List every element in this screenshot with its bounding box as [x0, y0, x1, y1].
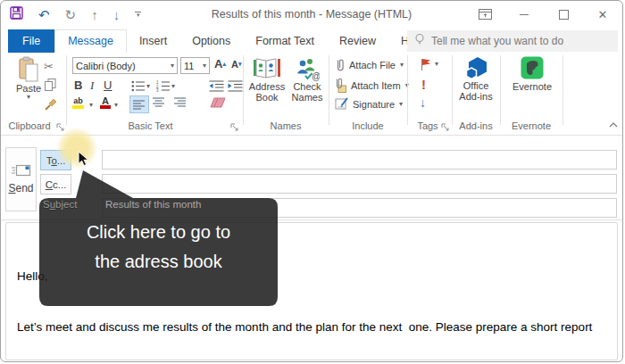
font-name-dropdown-icon: ▾ — [171, 62, 174, 70]
body-line: Let’s meet and discuss me results of the… — [17, 318, 608, 335]
window-controls: ✕ — [465, 1, 622, 28]
address-book-label-2: Book — [255, 92, 278, 103]
address-book-label-1: Address — [249, 81, 285, 92]
attach-item-button[interactable]: Attach Item▾ — [335, 78, 409, 93]
outlook-message-window: ↶ ↻ ↑ ↓ ▾ Results of this month - Messag… — [0, 0, 623, 362]
increase-indent-icon[interactable] — [228, 80, 243, 92]
basic-text-group-label: Basic Text — [72, 120, 229, 132]
attach-file-label: Attach File — [349, 60, 396, 70]
copy-icon[interactable] — [45, 79, 56, 92]
clear-formatting-icon[interactable] — [210, 97, 227, 109]
attach-file-dropdown-icon: ▾ — [400, 62, 404, 69]
tags-dialog-launcher-icon[interactable] — [441, 122, 449, 133]
align-right-button[interactable] — [174, 97, 187, 107]
office-addins-button[interactable]: Office Add-ins — [454, 56, 497, 102]
high-importance-icon[interactable]: ! — [421, 77, 426, 92]
mouse-cursor-icon — [78, 151, 89, 170]
tab-insert[interactable]: Insert — [127, 29, 179, 53]
check-names-button[interactable]: @ Check Names — [288, 56, 326, 103]
evernote-icon — [521, 56, 544, 79]
tell-me-search[interactable]: Tell me what you want to do — [407, 30, 618, 52]
align-left-button[interactable] — [129, 95, 149, 113]
tab-message[interactable]: Message — [54, 29, 127, 53]
basic-text-dialog-launcher-icon[interactable] — [230, 122, 238, 133]
paste-dropdown-icon[interactable]: ▾ — [27, 94, 30, 101]
names-group-label: Names — [243, 120, 329, 132]
send-icon — [12, 164, 31, 177]
clipboard-group-label: Clipboard — [1, 120, 58, 132]
low-importance-icon[interactable]: ↓ — [420, 95, 426, 110]
include-group-label: Include — [329, 120, 407, 132]
shrink-caret-icon: ▾ — [238, 61, 242, 68]
paste-icon — [18, 56, 39, 83]
font-name-select[interactable]: Calibri (Body)▾ — [72, 57, 178, 74]
address-book-button[interactable]: Address Book — [246, 56, 288, 103]
font-color-button[interactable]: A — [100, 96, 111, 109]
tab-format-text[interactable]: Format Text — [243, 29, 327, 53]
cut-icon[interactable]: ✂ — [44, 60, 54, 73]
tooltip-line-1: Click here to go to — [39, 218, 278, 247]
collapse-ribbon-icon[interactable] — [609, 122, 618, 128]
signature-button[interactable]: Signature▾ — [335, 97, 403, 111]
shrink-font-button[interactable]: A▾ — [231, 59, 241, 70]
send-label: Send — [8, 182, 33, 194]
font-size-select[interactable]: 11▾ — [180, 57, 210, 74]
subject-value-dimmed: Results of this month — [105, 199, 201, 210]
font-color-dropdown-icon[interactable]: ▾ — [114, 102, 118, 109]
numbering-dropdown-icon[interactable]: ▾ — [171, 83, 175, 90]
signature-icon — [335, 97, 348, 111]
align-center-button[interactable] — [153, 97, 165, 107]
follow-up-flag-icon[interactable] — [419, 57, 431, 71]
font-color-label: A — [102, 96, 109, 105]
address-book-icon — [253, 56, 281, 81]
office-addins-label-1: Office — [463, 80, 489, 91]
evernote-button[interactable]: Evernote — [508, 56, 556, 92]
minimize-button[interactable] — [504, 1, 544, 28]
text-highlight-button[interactable]: ab — [72, 97, 84, 109]
font-size-dropdown-icon: ▾ — [203, 62, 206, 70]
ribbon: Paste ▾ ✂ Clipboard Calibri (Body)▾ 11▾ … — [1, 53, 622, 136]
paperclip-icon — [335, 58, 345, 72]
office-addins-icon — [464, 56, 488, 80]
bold-button[interactable]: B — [74, 79, 82, 92]
send-button[interactable]: Send — [5, 147, 37, 211]
grow-caret-icon: ▴ — [222, 61, 226, 68]
tell-me-placeholder: Tell me what you want to do — [431, 35, 563, 47]
format-painter-icon[interactable] — [44, 97, 57, 111]
bullets-icon[interactable] — [131, 80, 146, 92]
tab-file[interactable]: File — [8, 29, 54, 53]
svg-text:@: @ — [312, 71, 320, 81]
grow-font-label: A — [214, 57, 222, 70]
close-button[interactable]: ✕ — [583, 1, 622, 28]
font-size-value: 11 — [184, 61, 194, 71]
attach-file-button[interactable]: Attach File▾ — [335, 58, 404, 72]
highlight-dropdown-icon[interactable]: ▾ — [89, 102, 93, 109]
ribbon-display-options-icon[interactable] — [465, 1, 504, 28]
office-addins-label-2: Add-ins — [459, 91, 492, 102]
check-names-icon: @ — [295, 56, 320, 81]
subject-label-dimmed: Subject — [43, 199, 77, 210]
maximize-button[interactable] — [544, 1, 583, 28]
decrease-indent-icon[interactable] — [209, 80, 224, 92]
bullets-dropdown-icon[interactable]: ▾ — [146, 83, 150, 90]
tooltip-text: Click here to go to the adress book — [39, 218, 278, 277]
evernote-group-label: Evernote — [500, 120, 562, 132]
title-bar: ↶ ↻ ↑ ↓ ▾ Results of this month - Messag… — [1, 1, 622, 28]
italic-button[interactable]: I — [90, 79, 94, 93]
addins-group-label: Add-ins — [452, 120, 500, 132]
signature-dropdown-icon: ▾ — [399, 101, 403, 108]
tab-options[interactable]: Options — [179, 29, 243, 53]
lightbulb-icon — [414, 33, 425, 49]
ribbon-tabs-row: File Message Insert Options Format Text … — [1, 28, 622, 53]
numbering-icon[interactable]: 123 — [156, 80, 171, 92]
tab-review[interactable]: Review — [327, 29, 388, 53]
highlight-label: ab — [73, 97, 83, 105]
svg-text:3: 3 — [156, 88, 159, 92]
underline-button[interactable]: U — [104, 79, 112, 92]
clipboard-dialog-launcher-icon[interactable] — [56, 122, 64, 133]
font-color-bar — [100, 105, 111, 109]
attach-item-icon — [335, 78, 346, 93]
flag-dropdown-icon[interactable]: ▾ — [435, 61, 438, 68]
grow-font-button[interactable]: A▴ — [214, 57, 226, 70]
highlight-color-bar — [72, 105, 84, 109]
